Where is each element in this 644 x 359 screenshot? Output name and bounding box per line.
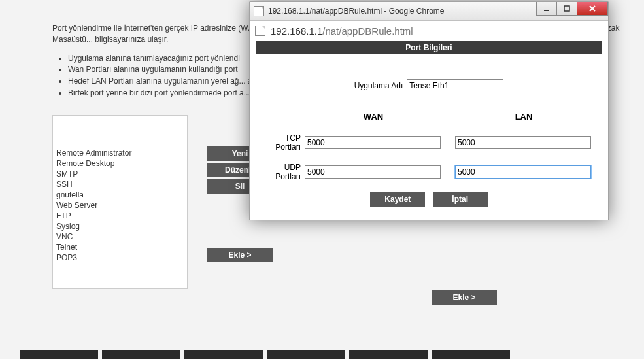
add-button-left[interactable]: Ekle > xyxy=(207,248,273,262)
page-icon xyxy=(255,26,265,36)
udp-wan-input[interactable] xyxy=(305,165,441,179)
list-item[interactable]: SMTP xyxy=(54,169,186,179)
list-item[interactable]: SSH xyxy=(54,179,186,190)
udp-lan-input[interactable] xyxy=(455,165,591,179)
bottom-tabs xyxy=(20,350,510,359)
list-item[interactable]: VNC xyxy=(54,231,186,242)
wan-column-header: WAN xyxy=(305,112,442,122)
app-name-input[interactable] xyxy=(407,79,503,92)
udp-ports-label: UDPPortları xyxy=(265,163,305,182)
add-button-right[interactable]: Ekle > xyxy=(432,290,497,305)
tcp-lan-input[interactable] xyxy=(455,136,591,149)
panel-header: Port Bilgileri xyxy=(256,41,602,54)
list-item[interactable]: Syslog xyxy=(54,221,186,231)
cancel-button[interactable]: İptal xyxy=(433,192,488,207)
window-title: 192.168.1.1/nat/appDBRule.html - Google … xyxy=(268,7,445,16)
page-icon xyxy=(254,6,264,16)
list-item[interactable]: Telnet xyxy=(54,242,186,252)
lan-column-header: LAN xyxy=(455,112,592,122)
address-host: 192.168.1.1 xyxy=(271,26,322,37)
list-item[interactable]: Remote Administrator xyxy=(54,148,186,158)
list-item[interactable]: FTP xyxy=(54,211,186,221)
maximize-button[interactable] xyxy=(556,2,577,16)
window-titlebar[interactable]: 192.168.1.1/nat/appDBRule.html - Google … xyxy=(250,2,608,21)
address-bar[interactable]: 192.168.1.1/nat/appDBRule.html xyxy=(250,21,608,41)
app-name-label: Uygulama Adı xyxy=(354,81,403,90)
list-item[interactable]: Web Server xyxy=(54,200,186,211)
address-path: /nat/appDBRule.html xyxy=(322,26,413,37)
tcp-wan-input[interactable] xyxy=(305,136,441,149)
list-item[interactable]: gnutella xyxy=(54,190,186,200)
close-button[interactable] xyxy=(577,2,608,16)
save-button[interactable]: Kaydet xyxy=(370,192,425,207)
list-item[interactable]: Remote Desktop xyxy=(54,158,186,169)
minimize-button[interactable] xyxy=(536,2,557,16)
tcp-ports-label: TCPPortları xyxy=(265,133,305,152)
svg-rect-1 xyxy=(564,6,569,11)
app-list[interactable]: Remote Administrator Remote Desktop SMTP… xyxy=(52,115,188,289)
list-item[interactable]: POP3 xyxy=(54,252,186,263)
popup-window: 192.168.1.1/nat/appDBRule.html - Google … xyxy=(249,1,609,220)
